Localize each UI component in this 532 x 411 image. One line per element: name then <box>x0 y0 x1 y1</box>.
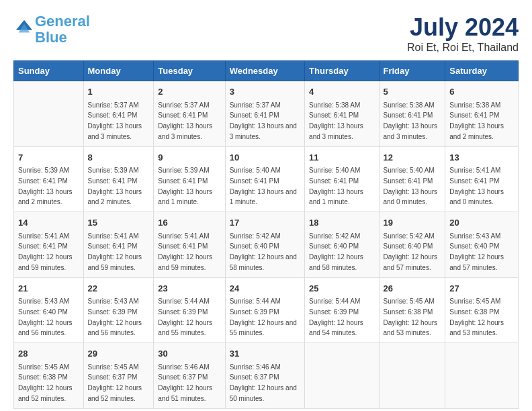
day-header-wednesday: Wednesday <box>225 61 304 81</box>
cell-info: Sunrise: 5:46 AMSunset: 6:37 PMDaylight:… <box>230 363 297 402</box>
date-number: 24 <box>230 282 300 295</box>
calendar-cell <box>14 81 84 147</box>
cell-info: Sunrise: 5:45 AMSunset: 6:38 PMDaylight:… <box>449 298 504 336</box>
week-row-3: 14Sunrise: 5:41 AMSunset: 6:41 PMDayligh… <box>14 212 519 278</box>
cell-info: Sunrise: 5:41 AMSunset: 6:41 PMDaylight:… <box>449 167 504 205</box>
logo: General Blue <box>13 13 90 46</box>
week-row-4: 21Sunrise: 5:43 AMSunset: 6:40 PMDayligh… <box>14 277 519 343</box>
day-header-sunday: Sunday <box>14 61 84 81</box>
cell-info: Sunrise: 5:44 AMSunset: 6:39 PMDaylight:… <box>309 298 363 336</box>
date-number: 11 <box>309 151 374 165</box>
date-number: 23 <box>158 282 220 295</box>
calendar-cell: 12Sunrise: 5:40 AMSunset: 6:41 PMDayligh… <box>379 146 445 212</box>
cell-info: Sunrise: 5:38 AMSunset: 6:41 PMDaylight:… <box>384 101 438 140</box>
date-number: 5 <box>384 85 441 99</box>
date-number: 31 <box>230 347 300 361</box>
calendar-cell: 18Sunrise: 5:42 AMSunset: 6:40 PMDayligh… <box>305 212 379 278</box>
calendar-cell: 1Sunrise: 5:37 AMSunset: 6:41 PMDaylight… <box>83 81 154 147</box>
date-number: 6 <box>449 85 514 99</box>
calendar-cell: 30Sunrise: 5:46 AMSunset: 6:37 PMDayligh… <box>154 343 225 409</box>
date-number: 17 <box>230 216 300 230</box>
calendar-cell: 22Sunrise: 5:43 AMSunset: 6:39 PMDayligh… <box>83 277 154 343</box>
calendar-cell: 8Sunrise: 5:39 AMSunset: 6:41 PMDaylight… <box>83 146 154 212</box>
calendar-cell: 7Sunrise: 5:39 AMSunset: 6:41 PMDaylight… <box>14 146 84 212</box>
date-number: 13 <box>449 151 514 165</box>
date-number: 30 <box>158 347 220 361</box>
cell-info: Sunrise: 5:38 AMSunset: 6:41 PMDaylight:… <box>449 101 504 140</box>
calendar-cell: 4Sunrise: 5:38 AMSunset: 6:41 PMDaylight… <box>305 81 379 147</box>
calendar-cell: 26Sunrise: 5:45 AMSunset: 6:38 PMDayligh… <box>379 277 445 343</box>
calendar-cell: 11Sunrise: 5:40 AMSunset: 6:41 PMDayligh… <box>305 146 379 212</box>
date-number: 14 <box>18 216 79 230</box>
cell-info: Sunrise: 5:43 AMSunset: 6:39 PMDaylight:… <box>88 298 142 336</box>
cell-info: Sunrise: 5:46 AMSunset: 6:37 PMDaylight:… <box>158 363 212 402</box>
date-number: 26 <box>384 282 441 295</box>
calendar-cell: 14Sunrise: 5:41 AMSunset: 6:41 PMDayligh… <box>14 212 84 278</box>
calendar-cell: 9Sunrise: 5:39 AMSunset: 6:41 PMDaylight… <box>154 146 225 212</box>
cell-info: Sunrise: 5:37 AMSunset: 6:41 PMDaylight:… <box>88 101 142 140</box>
page-header: General Blue July 2024 Roi Et, Roi Et, T… <box>13 13 519 54</box>
date-number: 16 <box>158 216 220 230</box>
calendar-cell: 5Sunrise: 5:38 AMSunset: 6:41 PMDaylight… <box>379 81 445 147</box>
calendar-table: SundayMondayTuesdayWednesdayThursdayFrid… <box>13 60 519 409</box>
cell-info: Sunrise: 5:45 AMSunset: 6:38 PMDaylight:… <box>18 363 73 402</box>
day-header-monday: Monday <box>83 61 154 81</box>
calendar-cell: 31Sunrise: 5:46 AMSunset: 6:37 PMDayligh… <box>225 343 304 409</box>
calendar-cell: 13Sunrise: 5:41 AMSunset: 6:41 PMDayligh… <box>445 146 519 212</box>
calendar-cell: 21Sunrise: 5:43 AMSunset: 6:40 PMDayligh… <box>14 277 84 343</box>
cell-info: Sunrise: 5:43 AMSunset: 6:40 PMDaylight:… <box>449 232 504 271</box>
calendar-cell <box>305 343 379 409</box>
calendar-cell: 25Sunrise: 5:44 AMSunset: 6:39 PMDayligh… <box>305 277 379 343</box>
calendar-cell: 19Sunrise: 5:42 AMSunset: 6:40 PMDayligh… <box>379 212 445 278</box>
calendar-cell <box>379 343 445 409</box>
calendar-cell: 3Sunrise: 5:37 AMSunset: 6:41 PMDaylight… <box>225 81 304 147</box>
page-title: July 2024 <box>407 13 519 42</box>
cell-info: Sunrise: 5:41 AMSunset: 6:41 PMDaylight:… <box>158 232 212 271</box>
cell-info: Sunrise: 5:45 AMSunset: 6:38 PMDaylight:… <box>384 298 438 336</box>
calendar-cell: 15Sunrise: 5:41 AMSunset: 6:41 PMDayligh… <box>83 212 154 278</box>
cell-info: Sunrise: 5:44 AMSunset: 6:39 PMDaylight:… <box>158 298 212 336</box>
date-number: 10 <box>230 151 300 165</box>
calendar-cell: 24Sunrise: 5:44 AMSunset: 6:39 PMDayligh… <box>225 277 304 343</box>
day-header-saturday: Saturday <box>445 61 519 81</box>
cell-info: Sunrise: 5:42 AMSunset: 6:40 PMDaylight:… <box>384 232 438 271</box>
calendar-cell: 10Sunrise: 5:40 AMSunset: 6:41 PMDayligh… <box>225 146 304 212</box>
page-subtitle: Roi Et, Roi Et, Thailand <box>407 42 519 54</box>
calendar-cell: 16Sunrise: 5:41 AMSunset: 6:41 PMDayligh… <box>154 212 225 278</box>
cell-info: Sunrise: 5:45 AMSunset: 6:37 PMDaylight:… <box>88 363 142 402</box>
calendar-cell: 27Sunrise: 5:45 AMSunset: 6:38 PMDayligh… <box>445 277 519 343</box>
date-number: 21 <box>18 282 79 295</box>
date-number: 3 <box>230 85 300 99</box>
date-number: 2 <box>158 85 220 99</box>
date-number: 19 <box>384 216 441 230</box>
date-number: 9 <box>158 151 220 165</box>
cell-info: Sunrise: 5:42 AMSunset: 6:40 PMDaylight:… <box>230 232 297 271</box>
date-number: 1 <box>88 85 150 99</box>
calendar-header-row: SundayMondayTuesdayWednesdayThursdayFrid… <box>14 61 519 81</box>
week-row-1: 1Sunrise: 5:37 AMSunset: 6:41 PMDaylight… <box>14 81 519 147</box>
date-number: 4 <box>309 85 374 99</box>
date-number: 28 <box>18 347 79 361</box>
logo-text: General Blue <box>35 13 90 46</box>
cell-info: Sunrise: 5:42 AMSunset: 6:40 PMDaylight:… <box>309 232 363 271</box>
date-number: 27 <box>449 282 514 295</box>
cell-info: Sunrise: 5:40 AMSunset: 6:41 PMDaylight:… <box>309 167 363 205</box>
cell-info: Sunrise: 5:37 AMSunset: 6:41 PMDaylight:… <box>158 101 212 140</box>
week-row-2: 7Sunrise: 5:39 AMSunset: 6:41 PMDaylight… <box>14 146 519 212</box>
date-number: 8 <box>88 151 150 165</box>
calendar-cell: 28Sunrise: 5:45 AMSunset: 6:38 PMDayligh… <box>14 343 84 409</box>
title-block: July 2024 Roi Et, Roi Et, Thailand <box>407 13 519 54</box>
cell-info: Sunrise: 5:41 AMSunset: 6:41 PMDaylight:… <box>88 232 142 271</box>
cell-info: Sunrise: 5:38 AMSunset: 6:41 PMDaylight:… <box>309 101 363 140</box>
cell-info: Sunrise: 5:43 AMSunset: 6:40 PMDaylight:… <box>18 298 73 336</box>
calendar-cell: 23Sunrise: 5:44 AMSunset: 6:39 PMDayligh… <box>154 277 225 343</box>
calendar-cell: 6Sunrise: 5:38 AMSunset: 6:41 PMDaylight… <box>445 81 519 147</box>
cell-info: Sunrise: 5:41 AMSunset: 6:41 PMDaylight:… <box>18 232 73 271</box>
date-number: 12 <box>384 151 441 165</box>
date-number: 7 <box>18 151 79 165</box>
calendar-cell: 20Sunrise: 5:43 AMSunset: 6:40 PMDayligh… <box>445 212 519 278</box>
cell-info: Sunrise: 5:40 AMSunset: 6:41 PMDaylight:… <box>230 167 297 205</box>
day-header-thursday: Thursday <box>305 61 379 81</box>
calendar-cell: 17Sunrise: 5:42 AMSunset: 6:40 PMDayligh… <box>225 212 304 278</box>
calendar-cell <box>445 343 519 409</box>
